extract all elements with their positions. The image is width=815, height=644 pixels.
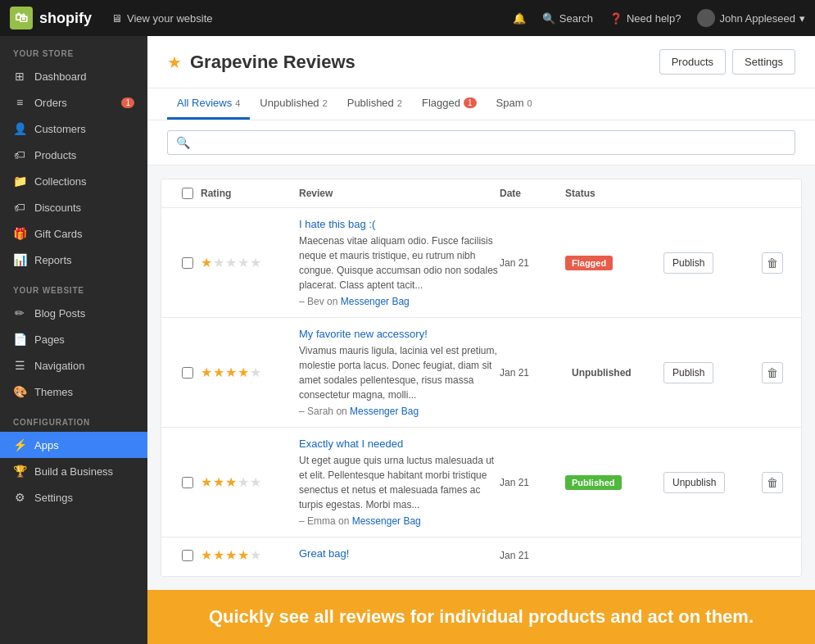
row-checkbox[interactable] (182, 477, 193, 488)
sidebar-item-label: Themes (34, 386, 73, 398)
review-body: Ut eget augue quis urna luctus malesuada… (299, 453, 500, 512)
sidebar-item-discounts[interactable]: 🏷 Discounts (0, 194, 147, 220)
search-input[interactable] (197, 137, 786, 149)
navigation-icon: ☰ (13, 359, 26, 372)
row-checkbox-cell (174, 367, 201, 379)
chevron-down-icon: ▾ (799, 12, 805, 25)
search-bar: 🔍 (147, 120, 815, 166)
tab-label: Unpublished (260, 97, 319, 109)
star-1: ★ (201, 365, 212, 380)
row-checkbox[interactable] (182, 257, 193, 269)
logo[interactable]: 🛍 shopify (10, 7, 92, 29)
row-checkbox[interactable] (182, 550, 193, 561)
sidebar-item-orders[interactable]: ≡ Orders 1 (0, 89, 147, 116)
row-checkbox-cell (174, 550, 201, 561)
star-2: ★ (213, 255, 224, 270)
sidebar-item-dashboard[interactable]: ⊞ Dashboard (0, 63, 147, 89)
products-button[interactable]: Products (659, 49, 726, 75)
settings-button[interactable]: Settings (732, 49, 795, 75)
user-menu[interactable]: John Appleseed ▾ (697, 9, 805, 27)
publish-button[interactable]: Publish (663, 362, 713, 383)
sidebar-item-collections[interactable]: 📁 Collections (0, 168, 147, 194)
page-title-area: ★ Grapevine Reviews (167, 52, 659, 73)
help-button[interactable]: ❓ Need help? (609, 12, 681, 25)
delete-button[interactable]: 🗑 (762, 252, 783, 274)
sidebar-item-navigation[interactable]: ☰ Navigation (0, 352, 147, 379)
table-row: ★ ★ ★ ★ ★ Exactly what I needed Ut eget … (161, 428, 801, 537)
sidebar-item-customers[interactable]: 👤 Customers (0, 116, 147, 142)
sidebar-item-apps[interactable]: ⚡ Apps (0, 432, 147, 458)
top-nav-right: 🔔 🔍 Search ❓ Need help? John Appleseed ▾ (513, 9, 805, 27)
blog-posts-icon: ✏ (13, 306, 26, 320)
table-row: ★ ★ ★ ★ ★ My favorite new accessory! Viv… (161, 318, 801, 428)
delete-button[interactable]: 🗑 (762, 472, 783, 493)
view-website-link[interactable]: 🖥 View your website (111, 12, 213, 25)
build-business-icon: 🏆 (13, 465, 26, 478)
tab-flagged[interactable]: Flagged 1 (412, 88, 487, 120)
tab-all-reviews[interactable]: All Reviews 4 (167, 88, 250, 120)
select-all-checkbox[interactable] (182, 188, 193, 199)
tab-spam[interactable]: Spam 0 (487, 88, 542, 120)
review-title[interactable]: My favorite new accessory! (299, 328, 500, 340)
sidebar-item-settings[interactable]: ⚙ Settings (0, 484, 147, 510)
delete-cell: 🗑 (762, 362, 788, 383)
star-rating: ★ ★ ★ ★ ★ (201, 255, 299, 270)
review-content: Great bag! (299, 547, 500, 563)
orders-badge: 1 (121, 98, 134, 108)
logo-text: shopify (39, 10, 92, 27)
star-1: ★ (201, 547, 212, 563)
search-nav-icon: 🔍 (542, 12, 555, 25)
store-section-label: YOUR STORE (0, 36, 147, 63)
review-status: Published (565, 475, 663, 490)
review-body: Maecenas vitae aliquam odio. Fusce facil… (299, 234, 500, 293)
review-title[interactable]: I hate this bag :( (299, 218, 500, 230)
product-link[interactable]: Messenger Bag (352, 515, 421, 527)
star-4: ★ (238, 474, 249, 490)
unpublish-button[interactable]: Unpublish (663, 472, 725, 493)
star-3: ★ (225, 255, 237, 270)
sidebar-item-build-business[interactable]: 🏆 Build a Business (0, 458, 147, 484)
table-header: Rating Review Date Status (161, 179, 801, 208)
row-checkbox-cell (174, 477, 201, 488)
review-title[interactable]: Great bag! (299, 547, 500, 560)
sidebar-item-blog-posts[interactable]: ✏ Blog Posts (0, 300, 147, 326)
user-avatar (697, 9, 715, 27)
star-3: ★ (225, 474, 237, 490)
sidebar-item-themes[interactable]: 🎨 Themes (0, 379, 147, 405)
action-area: Publish (663, 252, 762, 274)
notifications-button[interactable]: 🔔 (513, 12, 526, 25)
review-content: My favorite new accessory! Vivamus mauri… (299, 328, 500, 417)
review-date: Jan 21 (500, 550, 565, 561)
sidebar-item-label: Gift Cards (34, 228, 83, 240)
review-status: Flagged (565, 256, 663, 270)
sidebar-item-pages[interactable]: 📄 Pages (0, 326, 147, 352)
footer-banner-text: Quickly see all reviews for individual p… (209, 606, 754, 627)
star-rating: ★ ★ ★ ★ ★ (201, 474, 299, 490)
search-input-wrap: 🔍 (167, 130, 795, 155)
review-author: – Sarah on Messenger Bag (299, 406, 500, 417)
search-nav-button[interactable]: 🔍 Search (542, 12, 593, 25)
main-content: ★ Grapevine Reviews Products Settings Al… (147, 36, 815, 644)
sidebar-item-gift-cards[interactable]: 🎁 Gift Cards (0, 220, 147, 247)
tab-count: 2 (323, 98, 328, 108)
rating-header: Rating (201, 188, 299, 199)
tab-unpublished[interactable]: Unpublished 2 (250, 88, 337, 120)
delete-button[interactable]: 🗑 (762, 362, 783, 383)
review-date: Jan 21 (500, 257, 565, 269)
flagged-badge: 1 (464, 98, 477, 108)
sidebar-item-products[interactable]: 🏷 Products (0, 142, 147, 168)
star-4: ★ (238, 365, 249, 380)
publish-button[interactable]: Publish (663, 252, 713, 274)
reports-icon: 📊 (13, 253, 26, 266)
tab-published[interactable]: Published 2 (337, 88, 412, 120)
product-link[interactable]: Messenger Bag (341, 296, 410, 307)
product-link[interactable]: Messenger Bag (350, 406, 419, 417)
review-body: Vivamus mauris ligula, lacinia vel est p… (299, 343, 500, 402)
products-icon: 🏷 (13, 148, 26, 161)
status-badge: Flagged (565, 256, 613, 270)
tab-label: Published (347, 97, 394, 109)
row-checkbox[interactable] (182, 367, 193, 379)
top-nav: 🛍 shopify 🖥 View your website 🔔 🔍 Search… (0, 0, 815, 36)
review-title[interactable]: Exactly what I needed (299, 438, 500, 450)
sidebar-item-reports[interactable]: 📊 Reports (0, 247, 147, 273)
